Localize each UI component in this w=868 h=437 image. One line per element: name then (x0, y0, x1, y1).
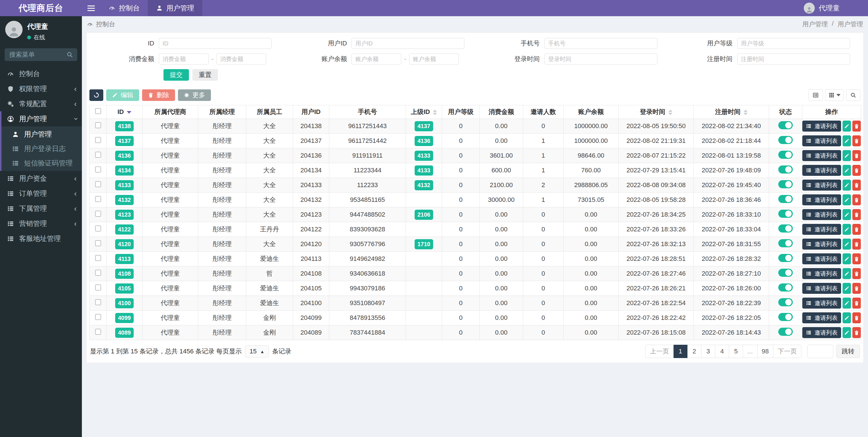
column-header[interactable]: 上级ID (406, 105, 442, 119)
delete-row-button[interactable] (852, 298, 861, 309)
invite-list-button[interactable]: 邀请列表 (802, 121, 841, 132)
sidebar-item-marketing[interactable]: 营销管理‹ (1, 216, 82, 231)
status-toggle[interactable] (778, 328, 793, 336)
page-2[interactable]: 2 (687, 345, 701, 358)
breadcrumb-parent[interactable]: 用户管理 (802, 20, 828, 29)
edit-row-button[interactable] (842, 165, 851, 176)
column-header[interactable]: ID (106, 105, 143, 119)
sort-icon[interactable] (433, 110, 437, 115)
delete-row-button[interactable] (852, 209, 861, 220)
row-checkbox[interactable] (95, 255, 101, 261)
delete-row-button[interactable] (852, 253, 861, 264)
invite-list-button[interactable]: 邀请列表 (802, 180, 841, 191)
delete-row-button[interactable] (852, 283, 861, 294)
status-toggle[interactable] (778, 121, 793, 129)
edit-row-button[interactable] (842, 239, 851, 250)
refresh-button[interactable] (89, 89, 103, 101)
invite-list-button[interactable]: 邀请列表 (802, 194, 841, 205)
delete-row-button[interactable] (852, 180, 861, 191)
invite-list-button[interactable]: 邀请列表 (802, 165, 841, 176)
sidebar-subitem-sms-code[interactable]: 短信验证码管理 (1, 156, 82, 170)
delete-row-button[interactable] (852, 312, 861, 323)
reset-button[interactable]: 重置 (192, 69, 218, 81)
status-toggle[interactable] (778, 313, 793, 321)
delete-row-button[interactable] (852, 327, 861, 338)
edit-row-button[interactable] (842, 268, 851, 279)
status-toggle[interactable] (778, 165, 793, 174)
invite-list-button[interactable]: 邀请列表 (802, 268, 841, 279)
row-checkbox[interactable] (95, 181, 101, 187)
delete-row-button[interactable] (852, 150, 861, 161)
row-checkbox[interactable] (95, 314, 101, 320)
filter-level-input[interactable] (737, 38, 850, 49)
invite-list-button[interactable]: 邀请列表 (802, 327, 841, 338)
search-icon[interactable] (66, 51, 73, 58)
row-checkbox[interactable] (95, 270, 101, 276)
delete-row-button[interactable] (852, 135, 861, 146)
edit-row-button[interactable] (842, 327, 851, 338)
sidebar-item-orders[interactable]: 订单管理‹ (1, 186, 82, 201)
row-checkbox[interactable] (95, 226, 101, 231)
filter-user-id-input[interactable] (351, 38, 464, 49)
select-all-checkbox[interactable] (95, 108, 101, 114)
row-checkbox[interactable] (95, 166, 101, 173)
row-checkbox[interactable] (95, 240, 101, 246)
sidebar-item-subordinates[interactable]: 下属管理‹ (1, 201, 82, 216)
status-toggle[interactable] (778, 224, 793, 232)
invite-list-button[interactable]: 邀请列表 (802, 253, 841, 264)
prev-page[interactable]: 上一页 (645, 345, 674, 358)
edit-row-button[interactable] (842, 298, 851, 309)
status-toggle[interactable] (778, 254, 793, 262)
jump-button[interactable]: 跳转 (836, 345, 860, 358)
column-header[interactable]: 登录时间 (619, 105, 694, 119)
row-checkbox[interactable] (95, 211, 101, 217)
edit-row-button[interactable] (842, 283, 851, 294)
sidebar-toggle-button[interactable] (82, 0, 100, 16)
edit-row-button[interactable] (842, 121, 851, 132)
delete-row-button[interactable] (852, 224, 861, 235)
page-4[interactable]: 4 (715, 345, 729, 358)
jump-page-input[interactable] (807, 345, 833, 358)
detail-view-button[interactable] (808, 89, 823, 101)
row-checkbox[interactable] (95, 329, 101, 335)
tab-user-mgmt[interactable]: 用户管理 (148, 0, 202, 16)
filter-login-time-input[interactable] (545, 54, 657, 64)
status-toggle[interactable] (778, 136, 793, 144)
status-toggle[interactable] (778, 283, 793, 291)
page-...[interactable]: ... (743, 345, 757, 358)
edit-row-button[interactable] (842, 312, 851, 323)
page-3[interactable]: 3 (701, 345, 715, 358)
sidebar-subitem-login-log[interactable]: 用户登录日志 (1, 142, 82, 156)
sidebar-item-funds[interactable]: 用户资金‹ (1, 171, 82, 186)
row-checkbox[interactable] (95, 152, 101, 158)
status-toggle[interactable] (778, 210, 793, 218)
status-toggle[interactable] (778, 298, 793, 306)
more-button[interactable]: 更多 (178, 89, 211, 101)
tab-dashboard[interactable]: 控制台 (100, 0, 148, 16)
sort-icon[interactable] (669, 110, 673, 115)
sidebar-subitem-user-mgmt[interactable]: 用户管理 (1, 127, 82, 142)
status-toggle[interactable] (778, 269, 793, 277)
invite-list-button[interactable]: 邀请列表 (802, 135, 841, 146)
sort-icon[interactable] (744, 110, 748, 115)
edit-row-button[interactable] (842, 150, 851, 161)
columns-button[interactable] (825, 89, 844, 101)
invite-list-button[interactable]: 邀请列表 (802, 150, 841, 161)
invite-list-button[interactable]: 邀请列表 (802, 239, 841, 250)
filter-register-time-input[interactable] (737, 54, 850, 64)
delete-row-button[interactable] (852, 239, 861, 250)
status-toggle[interactable] (778, 180, 793, 188)
row-checkbox[interactable] (95, 196, 101, 202)
delete-row-button[interactable] (852, 121, 861, 132)
edit-row-button[interactable] (842, 253, 851, 264)
invite-list-button[interactable]: 邀请列表 (802, 312, 841, 323)
filter-balance-max-input[interactable] (409, 54, 459, 64)
invite-list-button[interactable]: 邀请列表 (802, 298, 841, 309)
row-checkbox[interactable] (95, 137, 101, 143)
table-search-button[interactable] (846, 89, 861, 101)
sidebar-item-dashboard[interactable]: 控制台 (1, 66, 82, 81)
bulk-delete-button[interactable]: 删除 (142, 89, 175, 101)
edit-row-button[interactable] (842, 224, 851, 235)
invite-list-button[interactable]: 邀请列表 (802, 283, 841, 294)
delete-row-button[interactable] (852, 165, 861, 176)
